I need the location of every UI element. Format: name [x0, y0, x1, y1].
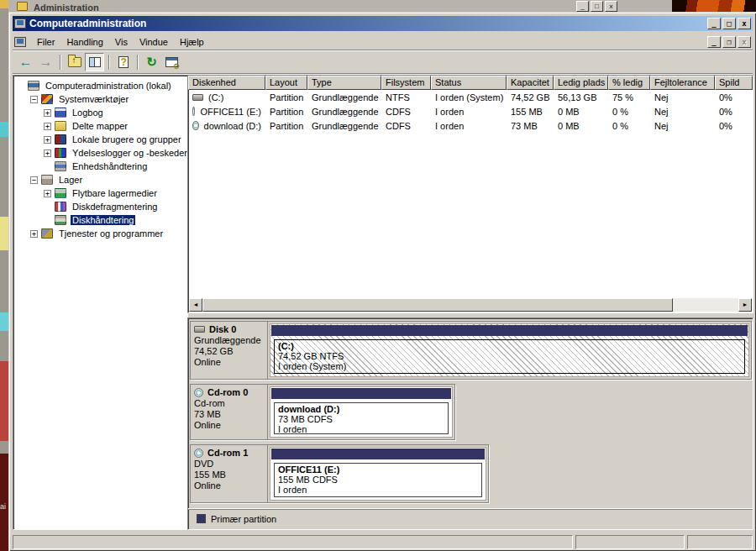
- menu-filer[interactable]: Filer: [31, 35, 60, 49]
- column-header[interactable]: Kapacitet: [507, 76, 554, 90]
- console-tree: Computeradministration (lokal) − Systemv…: [13, 75, 188, 530]
- collapse-icon[interactable]: −: [30, 96, 38, 103]
- table-row[interactable]: (C:) Partition Grundlæggende NTFS I orde…: [188, 90, 753, 104]
- column-header[interactable]: Fejltolerance: [650, 76, 715, 90]
- performance-log-icon: [55, 148, 66, 158]
- expand-icon[interactable]: +: [44, 190, 51, 197]
- tree-item-performance-logs[interactable]: + Ydelseslogger og -beskeder: [15, 146, 186, 160]
- menu-vis[interactable]: Vis: [109, 35, 134, 49]
- tree-item-storage[interactable]: − Lager: [15, 173, 186, 186]
- column-header[interactable]: % ledig: [608, 76, 650, 90]
- child-minimize-button[interactable]: _: [707, 36, 721, 48]
- export-list-button[interactable]: [162, 53, 181, 71]
- menu-handling[interactable]: Handling: [60, 35, 108, 49]
- table-row[interactable]: OFFICE11 (E:) Partition Grundlæggende CD…: [188, 104, 753, 118]
- disk-info-cell[interactable]: Cd-rom 0 Cd-rom 73 MB Online: [191, 385, 268, 439]
- minimize-button[interactable]: _: [576, 1, 589, 12]
- volume-name: (C:): [208, 92, 223, 102]
- disk-row-cdrom0: Cd-rom 0 Cd-rom 73 MB Online download (D…: [190, 384, 455, 440]
- tree-item-services-applications[interactable]: + Tjenester og programmer: [15, 227, 186, 240]
- volume-bar-d[interactable]: download (D:) 73 MB CDFS I orden: [270, 386, 453, 438]
- volume-list: Diskenhed Layout Type Filsystem Status K…: [187, 75, 753, 313]
- toolbar-separator: [60, 55, 61, 70]
- cell-free-space: 0 MB: [554, 121, 608, 131]
- scroll-right-button[interactable]: ►: [738, 298, 752, 312]
- cell-capacity: 73 MB: [507, 121, 554, 131]
- disk-row-disk0: Disk 0 Grundlæggende 74,52 GB Online (C:…: [190, 321, 752, 380]
- volume-bar-c[interactable]: (C:) 74,52 GB NTFS I orden (System): [270, 323, 749, 377]
- tree-item-event-viewer[interactable]: + Logbog: [15, 106, 186, 119]
- menu-bar: Filer Handling Vis Vindue Hjælp _ ❐ x: [13, 34, 753, 50]
- collapse-icon[interactable]: −: [30, 176, 38, 184]
- console-tree-icon: [89, 57, 101, 67]
- help-button[interactable]: ?: [113, 53, 133, 71]
- tree-item-disk-defragmenter[interactable]: Diskdefragmentering: [15, 200, 186, 213]
- disk-info-cell[interactable]: Cd-rom 1 DVD 155 MB Online: [191, 445, 268, 502]
- desktop-icon-text-fragment: ai: [0, 502, 8, 511]
- minimize-button[interactable]: _: [707, 18, 721, 29]
- tree-item-label: Systemværktøjer: [57, 94, 130, 104]
- expand-icon[interactable]: +: [44, 136, 51, 144]
- volume-details: download (D:) 73 MB CDFS I orden: [274, 402, 449, 434]
- tree-item-disk-management[interactable]: Diskhåndtering: [15, 213, 186, 227]
- disk-management-icon: [55, 215, 66, 225]
- tree-item-device-manager[interactable]: Enhedshåndtering: [15, 160, 186, 173]
- mdi-child-icon[interactable]: [14, 37, 26, 47]
- forward-button[interactable]: →: [36, 53, 55, 71]
- show-hide-tree-button[interactable]: [85, 53, 104, 71]
- scroll-left-button[interactable]: ◄: [189, 298, 202, 312]
- volume-bar-e[interactable]: OFFICE11 (E:) 155 MB CDFS I orden: [270, 447, 486, 501]
- cell-layout: Partition: [265, 107, 307, 117]
- maximize-button[interactable]: □: [722, 18, 736, 29]
- cell-free-space: 56,13 GB: [554, 92, 608, 102]
- cell-layout: Partition: [265, 92, 307, 102]
- volume-label: download (D:): [278, 404, 444, 414]
- up-level-button[interactable]: ↑: [65, 53, 84, 71]
- disk-size: 73 MB: [194, 409, 264, 419]
- close-button[interactable]: x: [738, 18, 751, 29]
- tree-item-shared-folders[interactable]: + Delte mapper: [15, 119, 186, 133]
- column-header[interactable]: Filsystem: [381, 76, 431, 90]
- expand-icon[interactable]: +: [30, 230, 38, 238]
- back-button[interactable]: ←: [16, 53, 35, 71]
- desktop-fragment: [0, 122, 8, 137]
- refresh-button[interactable]: ↻: [142, 53, 161, 71]
- disk-row-cdrom1: Cd-rom 1 DVD 155 MB Online OFFICE11 (E:)…: [190, 444, 489, 503]
- tree-item-removable-storage[interactable]: + Flytbare lagermedier: [15, 186, 186, 200]
- expand-icon[interactable]: +: [44, 109, 51, 117]
- menu-vindue[interactable]: Vindue: [134, 35, 174, 49]
- column-header[interactable]: Diskenhed: [188, 76, 265, 90]
- column-header[interactable]: Ledig plads: [554, 76, 608, 90]
- tree-item-system-tools[interactable]: − Systemværktøjer: [15, 92, 186, 106]
- table-row[interactable]: download (D:) Partition Grundlæggende CD…: [188, 118, 753, 133]
- menu-hjaelp[interactable]: Hjælp: [174, 35, 210, 49]
- status-bar: [13, 533, 753, 549]
- volume-status: I orden (System): [278, 361, 741, 371]
- tree-item-computer-management[interactable]: Computeradministration (lokal): [15, 79, 186, 92]
- volume-status: I orden: [278, 485, 478, 495]
- cell-type: Grundlæggende: [307, 92, 381, 102]
- disk-type: Grundlæggende: [194, 335, 264, 345]
- scrollbar-track[interactable]: [673, 298, 738, 312]
- expand-icon[interactable]: +: [44, 150, 51, 157]
- maximize-button[interactable]: □: [591, 1, 603, 12]
- tree-item-local-users-groups[interactable]: + Lokale brugere og grupper: [15, 133, 186, 146]
- expand-icon[interactable]: +: [44, 123, 51, 130]
- volume-label: OFFICE11 (E:): [278, 464, 478, 475]
- child-restore-button[interactable]: ❐: [722, 36, 736, 48]
- column-header[interactable]: Status: [431, 76, 507, 90]
- help-doc-icon: ?: [118, 56, 129, 68]
- horizontal-scrollbar[interactable]: ◄ ►: [189, 298, 752, 312]
- column-header[interactable]: Type: [307, 76, 381, 90]
- up-folder-icon: ↑: [68, 57, 81, 67]
- disk-info-cell[interactable]: Disk 0 Grundlæggende 74,52 GB Online: [191, 322, 268, 379]
- cell-filesystem: NTFS: [381, 92, 431, 102]
- column-header[interactable]: Layout: [265, 76, 307, 90]
- title-bar[interactable]: Computeradministration _ □ x: [13, 16, 753, 31]
- scrollbar-thumb[interactable]: [202, 298, 673, 312]
- status-panel: [687, 535, 753, 549]
- close-button[interactable]: x: [605, 1, 617, 12]
- column-header[interactable]: Spild: [715, 76, 753, 90]
- storage-icon: [41, 175, 53, 185]
- cell-fault-tolerance: Nej: [650, 121, 715, 131]
